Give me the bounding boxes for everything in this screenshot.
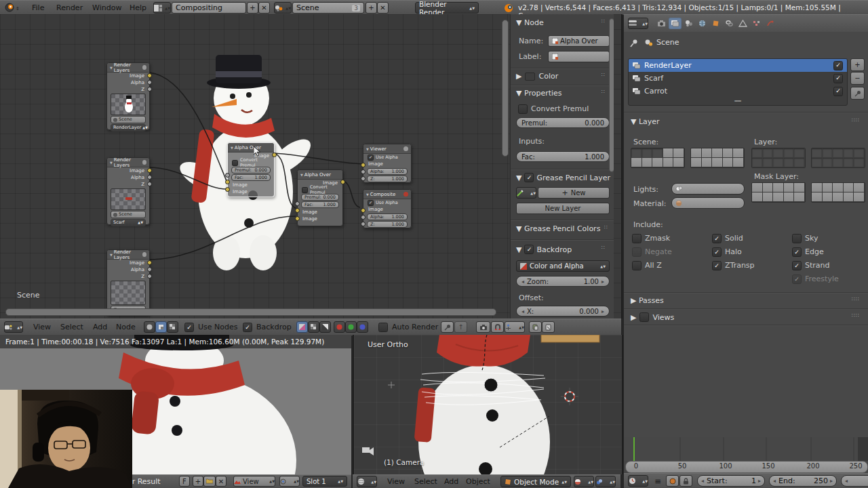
- menu-add[interactable]: Add: [442, 477, 460, 486]
- pin-layer-button[interactable]: [850, 87, 865, 100]
- vertical-scrollbar[interactable]: [502, 20, 509, 157]
- color-swatch[interactable]: [525, 73, 535, 81]
- auto-render-checkbox[interactable]: [378, 323, 388, 332]
- layer-cell[interactable]: [691, 148, 702, 158]
- layer-cell[interactable]: [823, 183, 833, 192]
- panel-header-node[interactable]: ▼ Node: [516, 18, 544, 27]
- menu-help[interactable]: Help: [127, 3, 149, 12]
- layer-cell[interactable]: [631, 148, 642, 158]
- scene-layers-grid-1[interactable]: [631, 148, 685, 168]
- panel-grip[interactable]: ∷∷: [852, 117, 860, 123]
- scene-name-field[interactable]: Scene 3: [292, 2, 364, 14]
- render-icon[interactable]: [142, 65, 146, 70]
- node-scene-field[interactable]: Scene: [111, 116, 146, 123]
- node-editor[interactable]: ▼Render Layers Image Alpha Z Scene Rende…: [0, 14, 623, 319]
- layer-cell[interactable]: [702, 158, 713, 167]
- premul-slider[interactable]: Premul:0.000: [516, 117, 610, 128]
- list-item-carrot[interactable]: Carrot: [629, 85, 847, 98]
- layer-cell[interactable]: [823, 158, 833, 167]
- layer-cell[interactable]: [723, 158, 734, 167]
- panel-grip[interactable]: ∷: [601, 89, 606, 95]
- layer-cell[interactable]: [784, 192, 795, 202]
- layer-cell[interactable]: [752, 148, 763, 158]
- layer-enable-checkbox[interactable]: [833, 87, 843, 96]
- layer-cell[interactable]: [773, 148, 784, 158]
- output-socket-alpha[interactable]: [147, 267, 152, 272]
- panel-grip[interactable]: ∷∷: [852, 296, 860, 302]
- input-socket-image[interactable]: [361, 163, 366, 167]
- input-socket-z[interactable]: [361, 176, 366, 181]
- unlink-image-button[interactable]: ✕: [216, 476, 226, 487]
- output-socket-alpha[interactable]: [147, 175, 152, 180]
- layer-cell[interactable]: [823, 192, 833, 202]
- layer-cell[interactable]: [812, 192, 823, 202]
- snap-magnet-icon[interactable]: [491, 321, 504, 333]
- grease-pencil-checkbox[interactable]: [524, 173, 534, 182]
- layer-cell[interactable]: [794, 192, 805, 202]
- node-scene-field[interactable]: Scene: [111, 211, 146, 218]
- input-socket-image[interactable]: [361, 208, 366, 213]
- convert-premul-checkbox[interactable]: [302, 187, 308, 193]
- list-item-scarf[interactable]: Scarf: [629, 72, 847, 85]
- layer-cell[interactable]: [784, 183, 795, 192]
- use-nodes-checkbox[interactable]: [184, 323, 194, 332]
- backdrop-offset-x-slider[interactable]: ◂X:0.000▸: [516, 306, 610, 317]
- output-socket-z[interactable]: [147, 87, 152, 92]
- layer-cell[interactable]: [733, 158, 744, 167]
- image-view-select[interactable]: View▲▼: [233, 476, 275, 487]
- world-tab-icon[interactable]: [696, 18, 709, 29]
- panel-grip[interactable]: ∷∷: [852, 312, 860, 319]
- scene-layers-grid-2[interactable]: [690, 148, 745, 168]
- menu-object[interactable]: Object: [464, 477, 492, 486]
- node-label-field[interactable]: [548, 51, 610, 62]
- menu-add[interactable]: Add: [91, 323, 109, 331]
- layer-cell[interactable]: [663, 158, 674, 167]
- parent-up-icon[interactable]: ↑: [454, 321, 467, 333]
- input-socket-image1[interactable]: [225, 180, 230, 184]
- output-socket-image[interactable]: [340, 180, 345, 184]
- panel-header-grease-pencil-layer[interactable]: ▼ Grease Pencil Layer: [516, 173, 610, 182]
- lights-field[interactable]: [671, 183, 745, 195]
- viewport-shading-select[interactable]: ▲▼: [574, 476, 594, 487]
- strand-checkbox[interactable]: [792, 261, 802, 270]
- render-layers-tab-icon[interactable]: [669, 18, 682, 29]
- z-slider[interactable]: Z:1.000: [367, 176, 408, 182]
- sky-checkbox[interactable]: [792, 234, 802, 243]
- layer-cell[interactable]: [854, 192, 865, 202]
- layer-cell[interactable]: [854, 158, 865, 167]
- panel-header-color[interactable]: ▶ Color: [516, 72, 558, 81]
- backdrop-channel-select[interactable]: Color and Alpha▲▼: [516, 260, 610, 272]
- panel-grip[interactable]: ∷: [601, 245, 606, 251]
- use-alpha-checkbox[interactable]: [368, 200, 374, 206]
- layer-cell[interactable]: [794, 158, 805, 167]
- auto-keyframe-record-icon[interactable]: [666, 475, 679, 487]
- layer-cell[interactable]: [673, 158, 684, 167]
- output-socket-image[interactable]: [272, 152, 277, 157]
- render-icon[interactable]: [142, 252, 146, 257]
- convert-premul-checkbox[interactable]: [232, 160, 238, 166]
- timeline-menu-icon[interactable]: ≡: [652, 476, 663, 486]
- layer-cell[interactable]: [763, 183, 774, 192]
- menu-window[interactable]: Window: [90, 3, 123, 12]
- output-socket-alpha[interactable]: [147, 80, 152, 85]
- input-socket-z[interactable]: [361, 222, 366, 226]
- input-socket-alpha[interactable]: [361, 215, 366, 220]
- close-layout-button[interactable]: ✕: [258, 2, 270, 14]
- list-resize-grip[interactable]: ══: [629, 98, 847, 104]
- backdrop-zoom-slider[interactable]: ◂Zoom:1.00▸: [516, 276, 610, 287]
- input-socket-alpha[interactable]: [361, 169, 366, 174]
- node-layer-select[interactable]: RenderLayer▲▼: [111, 124, 146, 131]
- mask-layers-grid-1[interactable]: [751, 182, 806, 203]
- object-tab-icon[interactable]: [709, 18, 722, 29]
- panel-header-passes[interactable]: ▶ Passes: [631, 296, 664, 305]
- node-alpha-over-2[interactable]: ▼Alpha Over Image Convert Premul Premul:…: [297, 169, 343, 226]
- menu-select[interactable]: Select: [412, 477, 439, 486]
- physics-tab-icon[interactable]: [750, 18, 763, 29]
- panel-header-layer[interactable]: ▼ Layer: [631, 117, 660, 126]
- layer-cell[interactable]: [712, 148, 723, 158]
- layer-cell[interactable]: [752, 183, 763, 192]
- solid-checkbox[interactable]: [712, 234, 722, 243]
- layer-cell[interactable]: [642, 158, 653, 167]
- input-socket-image2[interactable]: [225, 187, 230, 192]
- layer-cell[interactable]: [752, 192, 763, 202]
